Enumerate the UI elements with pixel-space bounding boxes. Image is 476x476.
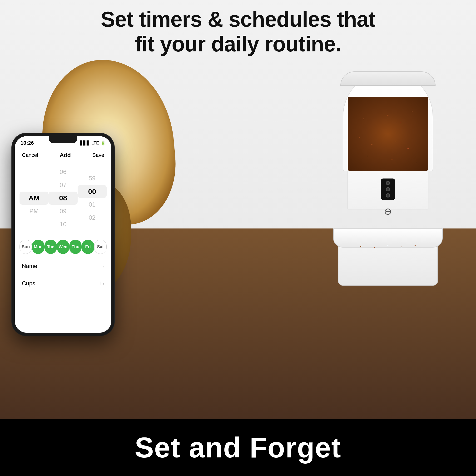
hour-column[interactable]: 06 07 08 09 10	[49, 162, 78, 234]
phone-outer: 10:26 ▋▋▋ LTE 🔋 Cancel Add Save	[12, 133, 114, 336]
picker-item-am-selected: AM	[19, 192, 49, 205]
day-sun[interactable]: Sun	[19, 240, 32, 254]
feeder-body: ⊖	[328, 71, 447, 286]
feeder-lid	[340, 71, 436, 86]
headline-area: Set timers & schedules that fit your dai…	[0, 7, 476, 56]
main-container: Set timers & schedules that fit your dai…	[0, 0, 476, 476]
nav-bar: Cancel Add Save	[15, 148, 111, 162]
day-wed[interactable]: Wed	[57, 240, 69, 254]
settings-name-value: ›	[102, 263, 104, 269]
picker-columns: AM PM 06 07 08 09 10 59	[15, 162, 111, 234]
nav-title: Add	[60, 152, 71, 158]
picker-hour-06: 06	[49, 165, 78, 178]
phone-notch	[49, 136, 77, 143]
picker-item-am	[19, 178, 49, 192]
feeder-device: ⊖	[328, 71, 447, 286]
picker-min-00: 00	[78, 185, 107, 198]
battery-icon: 🔋	[101, 140, 106, 146]
feeder-camera	[381, 178, 395, 200]
chevron-icon-name: ›	[102, 263, 104, 269]
picker-min-58: 59	[78, 172, 107, 185]
day-fri[interactable]: Fri	[82, 240, 94, 254]
headline-line1: Set timers & schedules that	[101, 7, 375, 31]
time-picker[interactable]: AM PM 06 07 08 09 10 59	[15, 162, 111, 234]
picker-item-pm: PM	[19, 205, 49, 218]
feeder-food	[348, 97, 428, 171]
settings-row-name[interactable]: Name ›	[15, 257, 111, 275]
status-time: 10:26	[20, 140, 34, 146]
settings-row-cups[interactable]: Cups 1 ›	[15, 275, 111, 292]
phone: 10:26 ▋▋▋ LTE 🔋 Cancel Add Save	[12, 133, 114, 336]
day-mon[interactable]: Mon	[32, 240, 44, 254]
headline-line2: fit your daily routine.	[135, 32, 341, 56]
settings-cups-label: Cups	[22, 280, 35, 287]
food-scattered	[343, 240, 433, 252]
ampm-column[interactable]: AM PM	[19, 162, 49, 234]
picker-hour-09: 09	[49, 205, 78, 218]
settings-cups-value: 1 ›	[99, 280, 104, 287]
bottom-bar-text: Set and Forget	[135, 431, 341, 464]
headline-text: Set timers & schedules that fit your dai…	[0, 7, 476, 56]
cancel-button[interactable]: Cancel	[22, 152, 38, 158]
lte-label: LTE	[91, 141, 99, 146]
camera-dot-2	[386, 187, 390, 191]
feeder-face-icon: ⊖	[384, 206, 392, 217]
picker-hour-10: 10	[49, 218, 78, 231]
settings-rows: Name › Cups 1 ›	[15, 257, 111, 292]
save-button[interactable]: Save	[92, 152, 104, 158]
phone-screen: 10:26 ▋▋▋ LTE 🔋 Cancel Add Save	[15, 136, 111, 333]
bottom-bar: Set and Forget	[0, 419, 476, 476]
picker-min-01: 01	[78, 198, 107, 211]
day-tue[interactable]: Tue	[45, 240, 57, 254]
picker-hour-07: 07	[49, 178, 78, 192]
status-icons: ▋▋▋ LTE 🔋	[80, 140, 106, 146]
feeder-container	[343, 71, 433, 171]
minute-column[interactable]: 59 00 01 02	[78, 162, 107, 234]
camera-dot-3	[386, 193, 390, 198]
camera-dot-1	[386, 181, 390, 185]
picker-hour-08: 08	[49, 192, 78, 205]
days-row: Sun Mon Tue Wed Thu Fri Sat	[15, 236, 111, 257]
signal-bars-icon: ▋▋▋	[80, 140, 90, 146]
day-sat[interactable]: Sat	[94, 240, 107, 254]
chevron-icon-cups: ›	[102, 281, 104, 286]
picker-min-02: 02	[78, 211, 107, 224]
day-thu[interactable]: Thu	[69, 240, 82, 254]
settings-name-label: Name	[22, 263, 37, 270]
